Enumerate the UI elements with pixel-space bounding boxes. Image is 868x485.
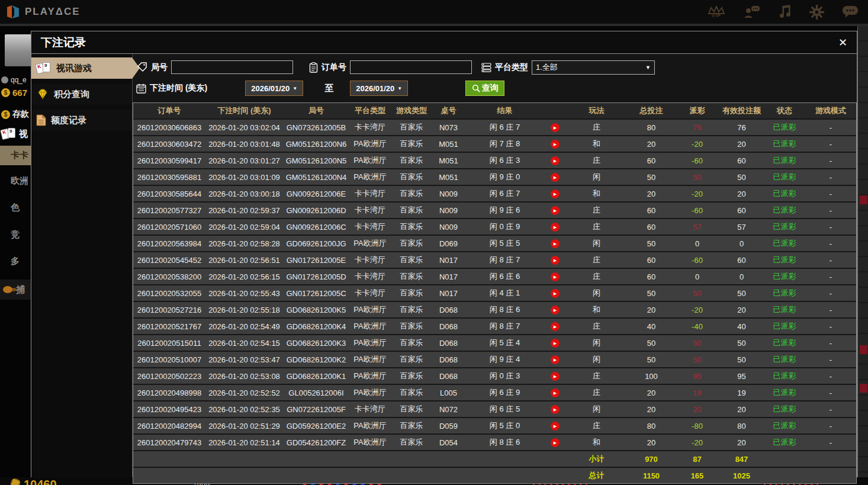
replay-play-icon[interactable]: ▶ xyxy=(551,156,560,165)
cell-replay: ▶ xyxy=(545,235,565,252)
cell-table-no: D054 xyxy=(432,434,465,451)
cell-status: 已派彩 xyxy=(764,119,805,136)
date-to-picker[interactable]: 2026/01/20 ▼ xyxy=(350,81,408,96)
replay-play-icon[interactable]: ▶ xyxy=(551,306,560,314)
lobby-hall-item[interactable]: 多 xyxy=(11,256,20,267)
replay-play-icon[interactable]: ▶ xyxy=(551,206,560,215)
tab-points-query[interactable]: 积分查询 xyxy=(31,83,132,105)
cell-status: 已派彩 xyxy=(764,335,805,351)
cell-payout: -60 xyxy=(675,202,719,219)
replay-play-icon[interactable]: ▶ xyxy=(551,405,560,414)
cell-result: 闲 6 庄 9 xyxy=(465,384,545,401)
cell-valid-bet: 60 xyxy=(719,252,764,268)
replay-play-icon[interactable]: ▶ xyxy=(551,272,560,281)
cell-table-no: D069 xyxy=(432,235,465,252)
cell-game-mode: - xyxy=(805,368,856,384)
order-input[interactable] xyxy=(350,60,472,74)
replay-play-icon[interactable]: ▶ xyxy=(551,355,560,364)
cell-valid-bet: 20 xyxy=(719,185,764,202)
replay-play-icon[interactable]: ▶ xyxy=(551,422,560,431)
date-from-picker[interactable]: 2026/01/20 ▼ xyxy=(245,81,303,96)
round-input[interactable] xyxy=(171,60,293,74)
lobby-hall-item[interactable]: 竞 xyxy=(11,229,20,240)
filters: 局号 订单号 xyxy=(135,59,857,97)
cell-result: 闲 6 庄 7 xyxy=(465,119,545,136)
cell-game-type: 百家乐 xyxy=(391,318,432,335)
cell-valid-bet: 50 xyxy=(719,335,764,351)
user-icon xyxy=(1,76,8,83)
cell-game-mode: - xyxy=(805,235,856,252)
cell-replay: ▶ xyxy=(545,268,565,285)
col-table-no: 桌号 xyxy=(432,103,465,119)
replay-play-icon[interactable]: ▶ xyxy=(551,372,560,381)
cell-round: GD054261200FZ xyxy=(283,434,349,451)
chat-icon[interactable] xyxy=(842,5,859,19)
fishing-label: 捕 xyxy=(16,284,25,296)
cell-game-type: 百家乐 xyxy=(391,285,432,301)
cell-valid-bet: 50 xyxy=(719,351,764,368)
vip-icon[interactable]: VIP xyxy=(708,6,725,18)
cell-total-bet: 60 xyxy=(628,202,675,219)
cell-table-no: N017 xyxy=(432,268,465,285)
cell-game-type: 百家乐 xyxy=(391,185,432,202)
replay-play-icon[interactable]: ▶ xyxy=(551,289,560,298)
platform-select[interactable]: 1.全部 ▼ xyxy=(532,60,655,75)
col-status: 状态 xyxy=(764,103,805,119)
replay-play-icon[interactable]: ▶ xyxy=(551,140,560,149)
tab-video-games[interactable]: K 9 视讯游戏 xyxy=(31,57,132,79)
cell-result: 闲 4 庄 1 xyxy=(465,285,545,301)
replay-play-icon[interactable]: ▶ xyxy=(551,189,560,198)
cell-game-type: 百家乐 xyxy=(391,268,432,285)
video-games-row[interactable]: K 9 视 xyxy=(1,128,28,140)
cell-table-no: M051 xyxy=(432,152,465,169)
replay-play-icon[interactable]: ▶ xyxy=(551,173,560,182)
cell-game-mode: - xyxy=(805,351,856,368)
cell-status: 已派彩 xyxy=(764,152,805,169)
tab-quota-records[interactable]: 额度记录 xyxy=(31,110,132,131)
to-label: 至 xyxy=(324,83,333,94)
cell-valid-bet: 50 xyxy=(719,285,764,301)
settings-icon[interactable] xyxy=(809,5,824,20)
replay-play-icon[interactable]: ▶ xyxy=(551,123,560,132)
cell-bet-time: 2026-01-20 02:52:52 xyxy=(205,384,283,401)
cell-game-mode: - xyxy=(805,169,856,185)
records-table: 订单号 下注时间 (美东) 局号 平台类型 游戏类型 桌号 结果 玩法 总投注 xyxy=(133,103,856,483)
cell-replay: ▶ xyxy=(545,169,565,185)
table-row: 260120020527216 2026-01-20 02:55:18 GD06… xyxy=(133,301,856,318)
cell-play-type: 和 xyxy=(565,136,628,152)
replay-play-icon[interactable]: ▶ xyxy=(551,239,560,248)
cell-table-no: N017 xyxy=(432,252,465,268)
balance-value: 667 xyxy=(12,88,27,98)
cell-play-type: 庄 xyxy=(565,152,628,169)
cell-total-bet: 50 xyxy=(628,335,675,351)
cell-status: 已派彩 xyxy=(764,417,805,434)
cell-payout: -20 xyxy=(675,185,719,202)
cell-result: 闲 5 庄 4 xyxy=(465,335,545,351)
close-icon[interactable]: ✕ xyxy=(838,36,847,49)
replay-play-icon[interactable]: ▶ xyxy=(551,339,560,348)
replay-play-icon[interactable]: ▶ xyxy=(551,388,560,397)
brand-logo[interactable]: PLAYΔCE xyxy=(0,5,81,19)
total-label: 总计 xyxy=(565,467,628,483)
subtotal-valid: 847 xyxy=(719,451,764,467)
cell-status: 已派彩 xyxy=(764,136,805,152)
search-button[interactable]: 查询 xyxy=(465,81,504,96)
replay-play-icon[interactable]: ▶ xyxy=(551,256,560,265)
music-icon[interactable] xyxy=(779,5,792,19)
replay-play-icon[interactable]: ▶ xyxy=(551,322,560,331)
replay-play-icon[interactable]: ▶ xyxy=(551,438,560,447)
table-row: 260120020510007 2026-01-20 02:53:47 GD06… xyxy=(133,351,856,368)
cell-play-type: 庄 xyxy=(565,268,628,285)
lobby-hall-item[interactable]: 色 xyxy=(11,202,20,213)
cell-replay: ▶ xyxy=(545,384,565,401)
cell-round: GD068261200K2 xyxy=(283,351,349,368)
deposit-row[interactable]: $ 存款 xyxy=(1,109,29,120)
background-right-sliver xyxy=(857,26,868,477)
support-icon[interactable] xyxy=(743,5,761,19)
cell-bet-time: 2026-01-20 02:58:28 xyxy=(205,235,283,252)
avatar[interactable] xyxy=(5,34,33,66)
cell-play-type: 闲 xyxy=(565,351,628,368)
lobby-hall-item[interactable]: 欧洲 xyxy=(11,175,28,187)
subtotal-payout: 87 xyxy=(675,451,719,467)
replay-play-icon[interactable]: ▶ xyxy=(551,223,560,232)
